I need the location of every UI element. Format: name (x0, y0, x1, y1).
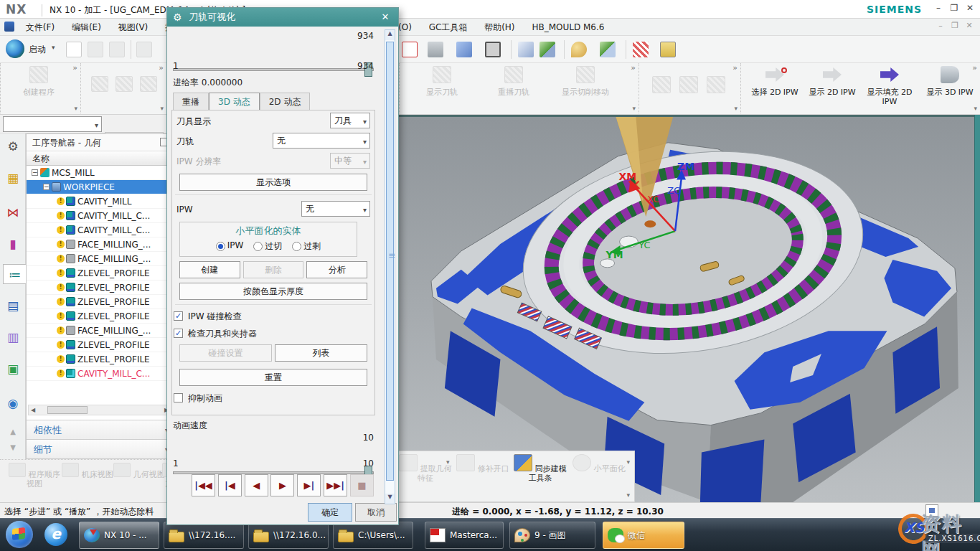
ipw-combo[interactable]: 无 (301, 201, 370, 217)
dialog-title-bar[interactable]: 刀轨可视化 (167, 8, 398, 27)
assembly-navigator-icon[interactable]: ▦ (3, 168, 23, 188)
menu-edit[interactable]: 编辑(E) (65, 19, 108, 37)
checkbox-checked-icon[interactable] (174, 311, 183, 321)
start-globe-icon[interactable] (6, 39, 24, 58)
tree-row-mcs[interactable]: MCS_MILL (27, 166, 173, 180)
menu-help[interactable]: 帮助(H) (477, 19, 522, 37)
go-to-start-button[interactable]: |◀◀ (192, 474, 215, 496)
tab-replay[interactable]: 重播 (173, 93, 209, 110)
create-program-button[interactable]: 创建程序 (8, 66, 70, 97)
radio-ipw[interactable]: IPW (216, 240, 244, 253)
fit-view-icon[interactable] (402, 42, 418, 57)
synchronous-modeling-button[interactable]: 同步建模工具条 (512, 454, 568, 483)
taskbar-item-wechat[interactable]: 微信 (603, 522, 684, 549)
measure-icon[interactable] (660, 42, 676, 57)
generate-toolpath-icon[interactable] (91, 76, 108, 92)
play-forward-button[interactable]: ▶ (270, 474, 294, 496)
analyze-button[interactable]: 分析 (306, 261, 367, 278)
tree-row-operation[interactable]: FACE_MILLING_... (27, 237, 173, 252)
internet-explorer-button[interactable]: e (44, 523, 67, 546)
show-2d-ipw-button[interactable]: 显示 2D IPW (801, 66, 863, 97)
taskbar-item-paint[interactable]: 9 - 画图 (509, 522, 595, 549)
close-button[interactable]: ✕ (963, 3, 977, 16)
shop-doc-icon[interactable] (707, 76, 725, 93)
show-filled-2d-ipw-button[interactable]: 显示填充 2D IPW (859, 66, 920, 106)
save-icon[interactable] (109, 42, 125, 57)
child-restore-button[interactable]: ❐ (948, 21, 961, 32)
delete-button[interactable]: 删除 (243, 261, 304, 278)
taskbar-item-mastercam[interactable]: Masterca... (425, 522, 504, 549)
child-minimize-button[interactable]: – (934, 21, 947, 32)
sheet-view-icon[interactable] (428, 42, 443, 57)
dependencies-section[interactable]: 相依性▾ (27, 420, 173, 439)
dropdown-arrow[interactable]: ▾ (626, 491, 630, 499)
section-view-icon[interactable] (518, 42, 534, 57)
list-button[interactable]: 列表 (275, 344, 367, 362)
start-menu-label[interactable]: 启动 (29, 44, 46, 56)
checkbox-checked-icon[interactable] (174, 329, 183, 338)
graphics-viewport[interactable]: ZM ZC XM XC YC YM (391, 115, 980, 502)
restore-button[interactable]: ❐ (947, 3, 961, 16)
snap-point-icon[interactable] (633, 42, 649, 57)
palette-icon[interactable] (571, 42, 587, 57)
edit-section-icon[interactable] (540, 42, 555, 57)
navigator-hscrollbar[interactable]: ◀ ▶ (28, 405, 171, 415)
radio-gouge[interactable]: 过切 (253, 240, 282, 253)
step-back-button[interactable]: |◀ (218, 474, 242, 496)
tree-row-operation[interactable]: ZLEVEL_PROFILE (27, 281, 173, 295)
library-icon[interactable]: ▣ (3, 359, 23, 379)
constraint-navigator-icon[interactable]: ⋈ (3, 202, 23, 222)
collision-settings-button[interactable]: 碰撞设置 (179, 344, 272, 362)
show-toolpath-button[interactable]: 显示刀轨 (411, 66, 473, 97)
patch-opening-button[interactable]: 修补开口 (455, 454, 511, 474)
program-order-view-button[interactable]: 程序顺序视图 (9, 463, 60, 489)
scroll-left-icon[interactable]: ◀ (29, 407, 37, 413)
stop-button[interactable]: ■ (350, 474, 374, 496)
taskbar-item-folder1[interactable]: \\172.16.... (164, 522, 244, 549)
part-navigator-icon[interactable]: ▮ (3, 234, 23, 254)
ipw-collision-check-row[interactable]: IPW 碰撞检查 (172, 309, 374, 326)
navigator-column-header[interactable]: 名称 (27, 151, 173, 166)
pane-collapse-icon[interactable]: ▼ (3, 438, 23, 458)
create-button[interactable]: 创建 (179, 261, 240, 278)
show-hide-icon[interactable] (600, 42, 616, 57)
cut-icon[interactable] (136, 42, 152, 57)
dropdown-arrow[interactable]: ▾ (446, 458, 450, 466)
step-forward-button[interactable]: ▶| (297, 474, 321, 496)
tree-row-operation[interactable]: ZLEVEL_PROFILE (27, 352, 173, 367)
hscroll-thumb[interactable] (47, 406, 88, 414)
viewport-right-scroll-strip[interactable] (974, 115, 980, 502)
tree-row-operation[interactable]: CAVITY_MILL_C... (27, 209, 173, 223)
tree-row-operation[interactable]: ZLEVEL_PROFILE (27, 266, 173, 281)
thickness-by-color-button[interactable]: 按颜色显示厚度 (179, 283, 367, 300)
suppress-animation-row[interactable]: 抑制动画 (172, 390, 374, 408)
expander-icon[interactable] (32, 169, 38, 176)
menu-hb-mould[interactable]: HB_MOULD M6.6 (524, 19, 611, 35)
minimize-button[interactable]: – (931, 3, 946, 16)
play-backward-button[interactable]: ◀ (245, 474, 268, 496)
tool-display-combo[interactable]: 刀具 (330, 113, 370, 128)
taskbar-item-nx[interactable]: NX 10 - ... (79, 522, 159, 549)
facet-body-button[interactable]: 小平面化 (571, 454, 627, 474)
tree-row-operation[interactable]: ZLEVEL_PROFILE (27, 309, 173, 324)
selection-filter-combo[interactable] (3, 116, 102, 132)
radio-excess[interactable]: 过剩 (292, 240, 321, 253)
tab-2d-dynamic[interactable]: 2D 动态 (260, 93, 311, 110)
tree-row-operation[interactable]: ZLEVEL_PROFILE (27, 338, 173, 352)
shaded-view-icon[interactable] (456, 42, 472, 57)
open-file-icon[interactable] (88, 42, 103, 57)
ok-button[interactable]: 确定 (308, 503, 352, 522)
show-3d-ipw-button[interactable]: 显示 3D IPW (919, 66, 980, 97)
check-tool-holder-row[interactable]: 检查刀具和夹持器 (172, 326, 374, 343)
tab-3d-dynamic[interactable]: 3D 动态 (209, 93, 260, 110)
child-close-button[interactable]: ✕ (963, 21, 976, 32)
replay-toolpath-button[interactable]: 重播刀轨 (483, 66, 545, 97)
scroll-up-icon[interactable]: ▲ (385, 30, 395, 40)
tree-row-operation[interactable]: FACE_MILLING_... (27, 324, 173, 338)
dialog-close-icon[interactable] (378, 8, 392, 27)
taskbar-item-folder3[interactable]: C:\Users\... (333, 522, 413, 549)
taskbar-item-folder2[interactable]: \\172.16.0... (248, 522, 329, 549)
expander-icon[interactable] (43, 184, 50, 190)
go-to-end-button[interactable]: ▶▶| (324, 474, 347, 496)
ipw-resolution-combo[interactable]: 中等 (330, 153, 370, 169)
